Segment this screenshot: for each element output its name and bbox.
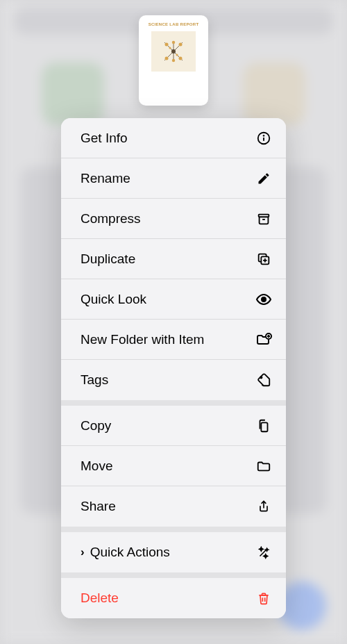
- menu-label: Copy: [81, 418, 111, 434]
- svg-point-11: [176, 54, 178, 56]
- trash-icon: [255, 590, 272, 606]
- menu-separator: [61, 572, 286, 578]
- sparkle-icon: [255, 544, 272, 561]
- file-preview-thumbnail: SCIENCE LAB REPORT: [139, 15, 208, 106]
- eye-icon: [255, 291, 272, 308]
- menu-label: Tags: [81, 372, 108, 388]
- menu-label: Share: [81, 499, 116, 514]
- info-icon: [255, 130, 272, 147]
- svg-point-3: [171, 49, 176, 53]
- menu-label: Rename: [81, 171, 130, 186]
- folder-icon: [255, 458, 272, 474]
- menu-label: › Quick Actions: [81, 545, 170, 560]
- svg-point-14: [264, 135, 264, 135]
- duplicate-icon: [255, 251, 272, 267]
- preview-graphic: [151, 31, 196, 72]
- svg-point-4: [165, 43, 169, 47]
- menu-label-text: Quick Actions: [90, 545, 170, 560]
- svg-point-5: [179, 43, 183, 47]
- svg-point-8: [172, 41, 175, 44]
- menu-group-quick-actions: › Quick Actions: [61, 532, 286, 572]
- menu-label: New Folder with Item: [81, 332, 204, 347]
- menu-item-quick-look[interactable]: Quick Look: [61, 279, 286, 320]
- context-menu: Get Info Rename Compress Duplicate Quick…: [61, 118, 286, 618]
- menu-item-delete[interactable]: Delete: [61, 578, 286, 618]
- menu-item-new-folder-with-item[interactable]: New Folder with Item: [61, 320, 286, 360]
- menu-group-file-ops: Copy Move Share: [61, 406, 286, 527]
- menu-item-get-info[interactable]: Get Info: [61, 118, 286, 158]
- svg-point-20: [262, 297, 266, 302]
- menu-label: Get Info: [81, 131, 128, 146]
- menu-label: Duplicate: [81, 251, 135, 267]
- menu-item-duplicate[interactable]: Duplicate: [61, 239, 286, 279]
- copy-icon: [255, 418, 272, 434]
- menu-item-share[interactable]: Share: [61, 486, 286, 527]
- menu-label: Delete: [81, 591, 119, 606]
- menu-separator: [61, 527, 286, 532]
- preview-title: SCIENCE LAB REPORT: [149, 22, 199, 26]
- tag-icon: [255, 372, 272, 388]
- menu-item-tags[interactable]: Tags: [61, 360, 286, 400]
- archive-icon: [255, 210, 272, 227]
- menu-item-rename[interactable]: Rename: [61, 158, 286, 199]
- pencil-icon: [255, 170, 272, 187]
- folder-plus-icon: [255, 331, 272, 348]
- svg-point-7: [179, 57, 183, 60]
- menu-group-primary: Get Info Rename Compress Duplicate Quick…: [61, 118, 286, 400]
- svg-point-10: [169, 47, 171, 49]
- menu-item-quick-actions[interactable]: › Quick Actions: [61, 532, 286, 572]
- menu-separator: [61, 400, 286, 406]
- chevron-right-icon: ›: [81, 545, 85, 559]
- svg-point-6: [165, 57, 169, 60]
- svg-rect-15: [259, 214, 269, 217]
- menu-label: Compress: [81, 211, 141, 226]
- menu-group-destructive: Delete: [61, 578, 286, 618]
- menu-item-move[interactable]: Move: [61, 446, 286, 486]
- menu-label: Move: [81, 459, 112, 474]
- svg-point-9: [172, 59, 175, 62]
- svg-point-24: [260, 377, 262, 378]
- menu-label: Quick Look: [81, 292, 146, 307]
- menu-item-compress[interactable]: Compress: [61, 199, 286, 239]
- menu-item-copy[interactable]: Copy: [61, 406, 286, 446]
- share-icon: [255, 498, 272, 515]
